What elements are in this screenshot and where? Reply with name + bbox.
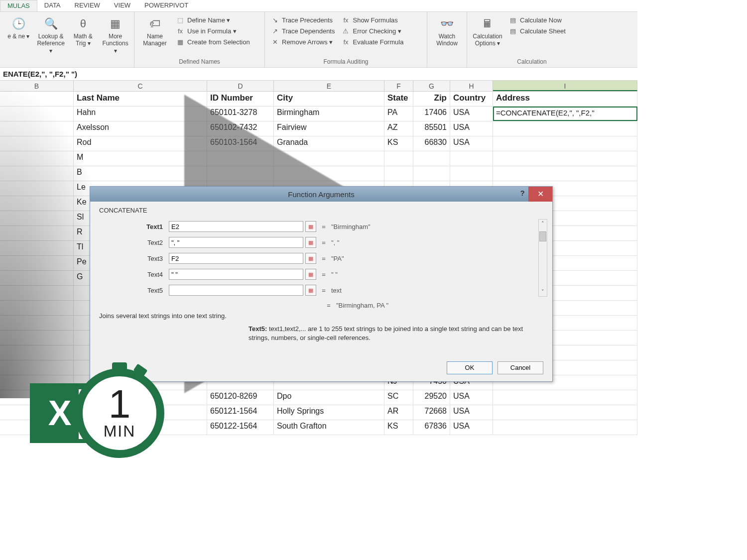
cell[interactable] [493,405,637,420]
cell[interactable] [450,151,493,166]
cell[interactable] [493,390,637,405]
cell[interactable]: 29520 [413,390,450,405]
cell[interactable]: Hahn [74,107,207,121]
btn-calc-sheet[interactable]: ▤Calculate Sheet [507,26,568,36]
dialog-close-button[interactable]: ✕ [528,187,552,202]
cell[interactable]: 66830 [413,136,450,151]
cell[interactable]: 650121-1564 [207,405,274,420]
cell[interactable]: Rod [74,136,207,151]
cell[interactable]: USA [450,107,493,121]
cell[interactable]: USA [450,136,493,151]
cell[interactable] [0,226,74,240]
cell[interactable] [0,286,74,300]
cell[interactable] [0,331,74,345]
col-header-b[interactable]: B [0,81,74,91]
cancel-button[interactable]: Cancel [498,361,543,374]
cell[interactable] [493,136,637,151]
cell[interactable]: Birmingham [274,107,384,121]
cell[interactable] [493,151,637,166]
cell[interactable]: State [384,92,413,106]
scroll-down-icon[interactable]: ˅ [540,288,545,296]
col-header-c[interactable]: C [74,81,207,91]
btn-trace-precedents[interactable]: ↘Trace Precedents [269,15,337,25]
cell[interactable]: KS [384,136,413,151]
cell[interactable] [0,196,74,211]
btn-use-in-formula[interactable]: fxUse in Formula ▾ [174,26,252,36]
cell[interactable] [384,166,413,181]
cell[interactable]: City [274,92,384,106]
arg-input[interactable] [169,285,303,296]
btn-calc-options[interactable]: 🖩Calculation Options ▾ [471,14,504,47]
cell[interactable] [384,151,413,166]
btn-watch-window[interactable]: 👓Watch Window [431,14,463,47]
btn-create-from-selection[interactable]: ▦Create from Selection [174,37,252,47]
col-header-e[interactable]: E [274,81,384,91]
cell[interactable] [450,166,493,181]
range-selector-icon[interactable]: ▦ [305,237,316,248]
cell[interactable] [493,121,637,136]
cell[interactable] [0,151,74,166]
tab-review[interactable]: REVIEW [68,0,107,11]
cell[interactable]: KS [384,420,413,435]
cell[interactable]: USA [450,405,493,420]
btn-trace-dependents[interactable]: ↗Trace Dependents [269,26,337,36]
cell[interactable] [0,256,74,270]
col-header-g[interactable]: G [413,81,450,91]
cell[interactable]: Address [493,92,637,106]
btn-error-checking[interactable]: ⚠Error Checking ▾ [340,26,405,36]
cell[interactable]: ID Number [207,92,274,106]
btn-define-name[interactable]: ⬚Define Name ▾ [174,15,252,25]
cell[interactable] [0,345,74,360]
cell[interactable] [0,166,74,181]
cell[interactable]: Granada [274,136,384,151]
cell[interactable]: 17406 [413,107,450,121]
cell[interactable]: 650102-7432 [207,121,274,136]
btn-remove-arrows[interactable]: ✕Remove Arrows ▾ [269,37,337,47]
btn-date-time[interactable]: 🕒e & ne ▾ [4,14,33,40]
cell[interactable] [0,136,74,151]
tab-formulas[interactable]: MULAS [0,0,37,11]
cell[interactable]: 67836 [413,420,450,435]
cell[interactable] [0,211,74,225]
arg-input[interactable] [169,237,303,248]
cell[interactable] [0,121,74,136]
btn-lookup[interactable]: 🔍Lookup & Reference ▾ [36,14,66,54]
cell[interactable]: USA [450,420,493,435]
col-header-f[interactable]: F [384,81,413,91]
cell[interactable]: USA [450,121,493,136]
col-header-d[interactable]: D [207,81,274,91]
cell[interactable]: Last Name [74,92,207,106]
cell[interactable] [0,181,74,196]
formula-bar[interactable]: ENATE(E2,", ",F2," ") [0,68,637,81]
col-header-h[interactable]: H [450,81,493,91]
cell[interactable] [0,241,74,255]
cell[interactable] [493,166,637,181]
cell[interactable] [207,151,274,166]
scroll-thumb[interactable] [539,231,546,241]
cell[interactable] [0,316,74,330]
arg-input[interactable] [169,221,303,232]
btn-calc-now[interactable]: ▤Calculate Now [507,15,568,25]
arg-input[interactable] [169,253,303,264]
cell[interactable]: Country [450,92,493,106]
cell[interactable]: 85501 [413,121,450,136]
tab-powerpivot[interactable]: POWERPIVOT [137,0,195,11]
range-selector-icon[interactable]: ▦ [305,221,316,232]
cell[interactable]: =CONCATENATE(E2,", ",F2," [493,107,637,121]
tab-view[interactable]: VIEW [107,0,137,11]
cell[interactable] [274,151,384,166]
cell[interactable]: South Grafton [274,420,384,435]
args-scrollbar[interactable]: ˄ ˅ [538,219,547,297]
cell[interactable]: Holly Springs [274,405,384,420]
btn-evaluate-formula[interactable]: fxEvaluate Formula [340,37,405,47]
dialog-help-button[interactable]: ? [516,189,528,197]
cell[interactable]: AZ [384,121,413,136]
cell[interactable] [0,271,74,285]
btn-math[interactable]: θMath & Trig ▾ [69,14,98,47]
cell[interactable]: USA [450,390,493,405]
cell[interactable]: M [74,151,207,166]
cell[interactable]: Axelsson [74,121,207,136]
cell[interactable]: Dpo [274,390,384,405]
ok-button[interactable]: OK [447,361,493,374]
cell[interactable]: 650103-1564 [207,136,274,151]
